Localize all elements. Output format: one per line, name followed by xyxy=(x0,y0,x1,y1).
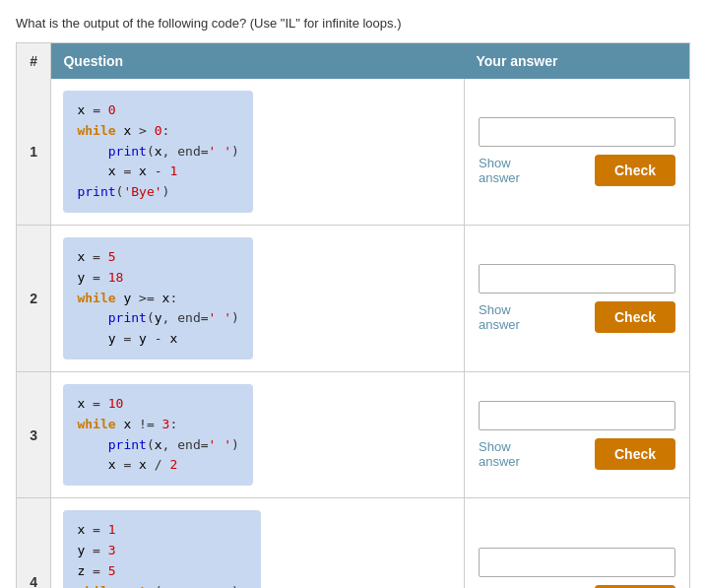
table-row: 2 x = 5 y = 18 while y >= x: print(y, en… xyxy=(17,225,690,371)
row-num-4: 4 xyxy=(17,498,51,588)
check-button-3[interactable]: Check xyxy=(595,438,675,470)
table-row: 3 x = 10 while x != 3: print(x, end=' ')… xyxy=(17,371,690,497)
answer-cell-2: Show answer Check xyxy=(465,225,690,371)
answer-cell-4: Show answer Check xyxy=(465,498,690,588)
check-button-4[interactable]: Check xyxy=(595,585,675,588)
question-cell-1: x = 0 while x > 0: print(x, end=' ') x =… xyxy=(51,79,465,225)
code-block-3: x = 10 while x != 3: print(x, end=' ') x… xyxy=(63,384,252,486)
question-cell-4: x = 1 y = 3 z = 5 while not (y < x < z):… xyxy=(51,498,465,588)
row-num-3: 3 xyxy=(17,371,51,497)
answer-cell-1: Show answer Check xyxy=(465,79,690,225)
col-header-num: # xyxy=(17,43,51,80)
answer-cell-3: Show answer Check xyxy=(465,371,690,497)
question-cell-3: x = 10 while x != 3: print(x, end=' ') x… xyxy=(51,371,465,497)
row-num-1: 1 xyxy=(17,79,51,225)
code-block-4: x = 1 y = 3 z = 5 while not (y < x < z):… xyxy=(63,510,260,588)
table-row: 4 x = 1 y = 3 z = 5 while not (y < x < z… xyxy=(17,498,690,588)
show-answer-link-3[interactable]: Show answer xyxy=(479,439,555,469)
col-header-answer: Your answer xyxy=(465,43,690,80)
quiz-table: # Question Your answer 1 x = 0 while x >… xyxy=(16,42,690,588)
answer-input-3[interactable] xyxy=(479,401,675,430)
code-block-1: x = 0 while x > 0: print(x, end=' ') x =… xyxy=(63,91,252,213)
answer-input-4[interactable] xyxy=(479,548,675,577)
page-instruction: What is the output of the following code… xyxy=(16,16,690,31)
question-cell-2: x = 5 y = 18 while y >= x: print(y, end=… xyxy=(51,225,465,371)
row-num-2: 2 xyxy=(17,225,51,371)
answer-input-1[interactable] xyxy=(479,117,675,147)
table-row: 1 x = 0 while x > 0: print(x, end=' ') x… xyxy=(17,79,690,225)
col-header-question: Question xyxy=(51,43,465,80)
show-answer-link-2[interactable]: Show answer xyxy=(479,302,555,332)
show-answer-link-1[interactable]: Show answer xyxy=(479,156,555,185)
code-block-2: x = 5 y = 18 while y >= x: print(y, end=… xyxy=(63,237,252,359)
answer-input-2[interactable] xyxy=(479,264,675,294)
check-button-2[interactable]: Check xyxy=(595,301,675,333)
check-button-1[interactable]: Check xyxy=(595,155,675,186)
